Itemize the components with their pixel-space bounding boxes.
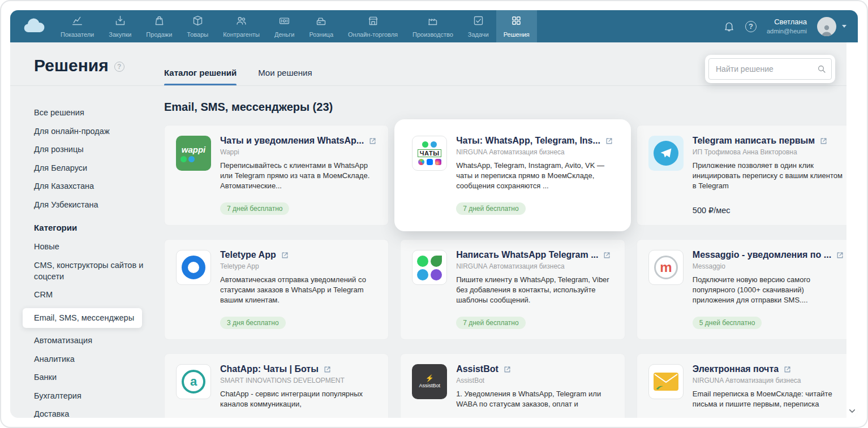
free-trial-badge: 5 дней бесплатно (693, 317, 762, 329)
nav-item-solutions[interactable]: Решения (496, 10, 537, 42)
messaggio-logo: m (648, 250, 684, 285)
card-description: Переписывайтесь с клиентами в WhatsApp и… (220, 161, 377, 192)
card-description: Email переписка в МоемСкладе: читайте пи… (693, 389, 844, 409)
sidebar-item-online-sales[interactable]: Для онлайн-продаж (34, 126, 154, 137)
search-icon[interactable] (817, 64, 826, 74)
card-title[interactable]: ChatApp: Чаты | Боты (220, 364, 319, 374)
nav-label: Продажи (146, 31, 172, 38)
external-link-icon[interactable] (836, 251, 844, 260)
nav-item-money[interactable]: Деньги (267, 10, 302, 42)
telegram-first-logo (648, 136, 684, 171)
category-banks[interactable]: Банки (34, 372, 154, 383)
nav-item-counterparties[interactable]: Контрагенты (216, 10, 267, 42)
assistbot-logo-text: AssistBot (419, 383, 440, 388)
external-link-icon[interactable] (605, 137, 613, 145)
moysklad-cloud-logo[interactable] (22, 18, 46, 36)
user-avatar[interactable] (817, 17, 836, 36)
app-window: Показатели Закупки Продажи Товары Контра… (10, 10, 858, 418)
category-email-sms-messengers[interactable]: Email, SMS, мессенджеры (23, 308, 142, 328)
solution-card-assistbot[interactable]: ⚡ AssistBot AssistBot AssistBot 1. Уведо… (400, 353, 625, 418)
category-crm[interactable]: CRM (34, 289, 154, 301)
solution-card-chatapp[interactable]: a ChatApp: Чаты | Боты SMART INNOVATIONS… (164, 353, 389, 418)
production-icon (427, 15, 439, 29)
solution-card-write-messengers[interactable]: Написать WhatsApp Telegram ... NIRGUNA А… (400, 239, 625, 340)
card-title[interactable]: AssistBot (456, 364, 499, 374)
online-trade-icon (367, 15, 379, 29)
sidebar-item-all-solutions[interactable]: Все решения (34, 107, 154, 119)
scrollbar-track[interactable] (846, 42, 858, 418)
category-cms[interactable]: CMS, конструкторы сайтов и соцсети (34, 260, 154, 282)
whatsapp-icon (417, 256, 428, 267)
nav-label: Задачи (468, 31, 489, 38)
account-dropdown-caret-icon[interactable] (842, 25, 846, 28)
avito-icon (418, 159, 424, 165)
nav-item-sales[interactable]: Продажи (139, 10, 179, 42)
sidebar-item-kazakhstan[interactable]: Для Казахстана (34, 181, 154, 192)
free-trial-badge: 3 дня бесплатно (220, 317, 286, 329)
external-link-icon[interactable] (603, 251, 611, 260)
tab-my-solutions[interactable]: Мои решения (258, 68, 312, 85)
messengers-logo (412, 250, 447, 285)
card-title[interactable]: Teletype App (220, 250, 276, 260)
category-analytics[interactable]: Аналитика (34, 354, 154, 365)
solution-card-telegram-first[interactable]: Telegram написать первым ИП Трофимова Ан… (637, 125, 856, 226)
external-link-icon[interactable] (503, 365, 512, 374)
sidebar-item-retail[interactable]: Для розницы (34, 144, 154, 155)
external-link-icon[interactable] (368, 137, 377, 145)
messaggio-logo-text: m (660, 261, 672, 274)
sidebar-item-uzbekistan[interactable]: Для Узбекистана (34, 200, 154, 211)
category-accounting[interactable]: Бухгалтерия (34, 391, 154, 402)
external-link-icon[interactable] (281, 251, 289, 260)
help-icon[interactable] (745, 21, 757, 32)
sidebar-categories-header: Категории (34, 223, 154, 232)
notifications-bell-icon[interactable] (723, 20, 735, 32)
solution-card-wappi[interactable]: wappi Чаты и уведомления WhatsAp... Wapp… (164, 125, 389, 226)
money-icon (278, 15, 290, 29)
nav-item-production[interactable]: Производство (405, 10, 461, 42)
card-title[interactable]: Чаты и уведомления WhatsAp... (220, 136, 364, 146)
search-box (708, 58, 832, 80)
goods-icon (192, 15, 204, 29)
nav-item-online-trade[interactable]: Онлайн-торговля (341, 10, 405, 42)
purchases-icon (114, 15, 126, 29)
card-publisher: SMART INNOVATIONS DEVELOPMENT (220, 377, 345, 384)
solutions-grid: wappi Чаты и уведомления WhatsAp... Wapp… (164, 125, 832, 418)
nav-item-indicators[interactable]: Показатели (53, 10, 101, 42)
category-new[interactable]: Новые (34, 241, 154, 253)
external-link-icon[interactable] (783, 365, 792, 374)
nav-label: Розница (309, 31, 333, 38)
nav-item-tasks[interactable]: Задачи (461, 10, 496, 42)
card-title[interactable]: Messaggio - уведомления по ... (693, 250, 831, 260)
page-help-icon[interactable] (114, 62, 124, 72)
user-account[interactable]: Светлана admin@heumi (767, 18, 807, 35)
card-title[interactable]: Telegram написать первым (693, 136, 815, 146)
solution-card-messaggio[interactable]: m Messaggio - уведомления по ... Messagg… (637, 239, 856, 340)
tab-solutions-catalog[interactable]: Каталог решений (164, 68, 237, 85)
free-trial-badge: 7 дней бесплатно (456, 317, 525, 329)
user-name: Светлана (767, 18, 807, 27)
card-description: Подключите новую версию самого популярно… (693, 275, 844, 306)
card-title[interactable]: Чаты: WhatsApp, Telegram, Ins... (456, 136, 600, 146)
external-link-icon[interactable] (323, 365, 332, 374)
nav-item-retail[interactable]: Розница (302, 10, 341, 42)
sidebar-item-belarus[interactable]: Для Беларуси (34, 163, 154, 174)
solution-card-email[interactable]: Электронная почта NIRGUNA Автоматизация … (637, 353, 856, 418)
card-title[interactable]: Электронная почта (693, 364, 779, 374)
solution-card-chaty-highlighted[interactable]: ЧАТЫ Чаты: WhatsApp, Telegram, Ins... NI… (400, 125, 625, 226)
category-automation[interactable]: Автоматизация (34, 335, 154, 347)
nav-item-goods[interactable]: Товары (179, 10, 216, 42)
indicators-icon (71, 15, 83, 29)
card-title[interactable]: Написать WhatsApp Telegram ... (456, 250, 598, 260)
telegram-icon (188, 156, 195, 162)
solution-card-teletype[interactable]: Teletype App Teletype App Автоматическая… (164, 239, 389, 340)
scroll-down-chevron-icon[interactable] (849, 409, 856, 413)
tasks-icon (472, 15, 484, 29)
external-link-icon[interactable] (819, 137, 828, 145)
card-description: ChatApp - сервис интеграции популярных к… (220, 389, 377, 409)
nav-item-purchases[interactable]: Закупки (101, 10, 139, 42)
category-delivery[interactable]: Доставка (34, 409, 154, 418)
price-label: 500 ₽/мес (693, 206, 731, 215)
category-heading: Email, SMS, мессенджеры (23) (164, 101, 832, 114)
card-description: WhatsApp, Telegram, Instagram, Avito, VK… (456, 161, 613, 192)
wappi-logo: wappi (176, 136, 211, 171)
